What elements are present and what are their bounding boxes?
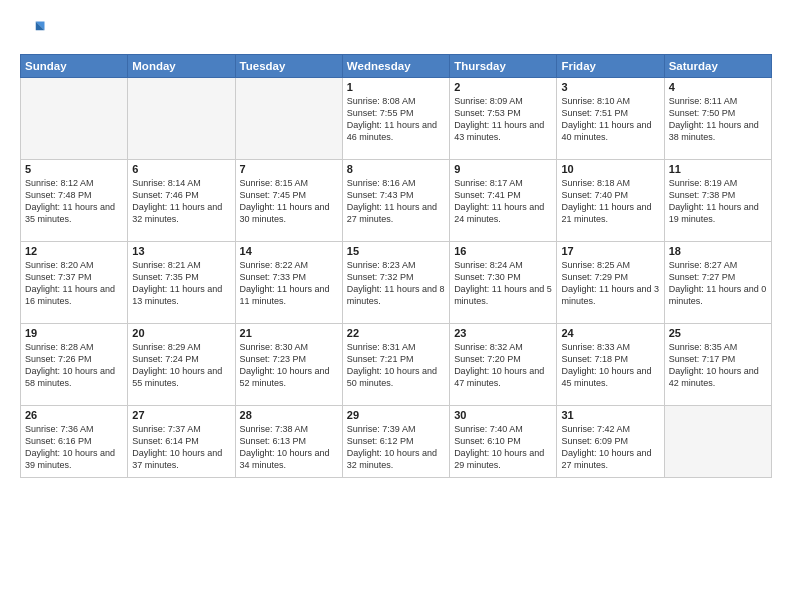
logo-icon <box>20 18 48 46</box>
calendar-table: Sunday Monday Tuesday Wednesday Thursday… <box>20 54 772 478</box>
table-row: 15Sunrise: 8:23 AM Sunset: 7:32 PM Dayli… <box>342 242 449 324</box>
cell-info: Sunrise: 8:11 AM Sunset: 7:50 PM Dayligh… <box>669 95 767 144</box>
col-friday: Friday <box>557 55 664 78</box>
cell-info: Sunrise: 8:15 AM Sunset: 7:45 PM Dayligh… <box>240 177 338 226</box>
day-number: 2 <box>454 81 552 93</box>
cell-info: Sunrise: 8:10 AM Sunset: 7:51 PM Dayligh… <box>561 95 659 144</box>
table-row: 26Sunrise: 7:36 AM Sunset: 6:16 PM Dayli… <box>21 406 128 478</box>
cell-info: Sunrise: 8:21 AM Sunset: 7:35 PM Dayligh… <box>132 259 230 308</box>
cell-info: Sunrise: 7:40 AM Sunset: 6:10 PM Dayligh… <box>454 423 552 472</box>
table-row: 3Sunrise: 8:10 AM Sunset: 7:51 PM Daylig… <box>557 78 664 160</box>
table-row: 12Sunrise: 8:20 AM Sunset: 7:37 PM Dayli… <box>21 242 128 324</box>
day-number: 8 <box>347 163 445 175</box>
col-thursday: Thursday <box>450 55 557 78</box>
cell-info: Sunrise: 8:25 AM Sunset: 7:29 PM Dayligh… <box>561 259 659 308</box>
table-row: 30Sunrise: 7:40 AM Sunset: 6:10 PM Dayli… <box>450 406 557 478</box>
table-row: 21Sunrise: 8:30 AM Sunset: 7:23 PM Dayli… <box>235 324 342 406</box>
cell-info: Sunrise: 8:31 AM Sunset: 7:21 PM Dayligh… <box>347 341 445 390</box>
cell-info: Sunrise: 8:23 AM Sunset: 7:32 PM Dayligh… <box>347 259 445 308</box>
day-number: 19 <box>25 327 123 339</box>
cell-info: Sunrise: 7:37 AM Sunset: 6:14 PM Dayligh… <box>132 423 230 472</box>
day-number: 25 <box>669 327 767 339</box>
cell-info: Sunrise: 8:32 AM Sunset: 7:20 PM Dayligh… <box>454 341 552 390</box>
day-number: 14 <box>240 245 338 257</box>
cell-info: Sunrise: 8:33 AM Sunset: 7:18 PM Dayligh… <box>561 341 659 390</box>
table-row: 8Sunrise: 8:16 AM Sunset: 7:43 PM Daylig… <box>342 160 449 242</box>
col-monday: Monday <box>128 55 235 78</box>
day-number: 31 <box>561 409 659 421</box>
day-number: 30 <box>454 409 552 421</box>
cell-info: Sunrise: 8:18 AM Sunset: 7:40 PM Dayligh… <box>561 177 659 226</box>
day-number: 23 <box>454 327 552 339</box>
logo <box>20 18 52 46</box>
day-number: 24 <box>561 327 659 339</box>
col-wednesday: Wednesday <box>342 55 449 78</box>
day-number: 15 <box>347 245 445 257</box>
cell-info: Sunrise: 7:38 AM Sunset: 6:13 PM Dayligh… <box>240 423 338 472</box>
table-row: 22Sunrise: 8:31 AM Sunset: 7:21 PM Dayli… <box>342 324 449 406</box>
cell-info: Sunrise: 8:19 AM Sunset: 7:38 PM Dayligh… <box>669 177 767 226</box>
cell-info: Sunrise: 8:29 AM Sunset: 7:24 PM Dayligh… <box>132 341 230 390</box>
cell-info: Sunrise: 8:14 AM Sunset: 7:46 PM Dayligh… <box>132 177 230 226</box>
table-row: 28Sunrise: 7:38 AM Sunset: 6:13 PM Dayli… <box>235 406 342 478</box>
day-number: 4 <box>669 81 767 93</box>
cell-info: Sunrise: 8:09 AM Sunset: 7:53 PM Dayligh… <box>454 95 552 144</box>
table-row: 10Sunrise: 8:18 AM Sunset: 7:40 PM Dayli… <box>557 160 664 242</box>
table-row: 9Sunrise: 8:17 AM Sunset: 7:41 PM Daylig… <box>450 160 557 242</box>
day-number: 20 <box>132 327 230 339</box>
table-row: 27Sunrise: 7:37 AM Sunset: 6:14 PM Dayli… <box>128 406 235 478</box>
cell-info: Sunrise: 7:42 AM Sunset: 6:09 PM Dayligh… <box>561 423 659 472</box>
col-saturday: Saturday <box>664 55 771 78</box>
day-number: 29 <box>347 409 445 421</box>
cell-info: Sunrise: 8:35 AM Sunset: 7:17 PM Dayligh… <box>669 341 767 390</box>
cell-info: Sunrise: 8:24 AM Sunset: 7:30 PM Dayligh… <box>454 259 552 308</box>
table-row: 7Sunrise: 8:15 AM Sunset: 7:45 PM Daylig… <box>235 160 342 242</box>
cell-info: Sunrise: 8:20 AM Sunset: 7:37 PM Dayligh… <box>25 259 123 308</box>
table-row <box>235 78 342 160</box>
day-number: 13 <box>132 245 230 257</box>
table-row: 20Sunrise: 8:29 AM Sunset: 7:24 PM Dayli… <box>128 324 235 406</box>
table-row: 23Sunrise: 8:32 AM Sunset: 7:20 PM Dayli… <box>450 324 557 406</box>
col-tuesday: Tuesday <box>235 55 342 78</box>
day-number: 3 <box>561 81 659 93</box>
table-row: 31Sunrise: 7:42 AM Sunset: 6:09 PM Dayli… <box>557 406 664 478</box>
cell-info: Sunrise: 8:17 AM Sunset: 7:41 PM Dayligh… <box>454 177 552 226</box>
table-row: 4Sunrise: 8:11 AM Sunset: 7:50 PM Daylig… <box>664 78 771 160</box>
cell-info: Sunrise: 8:12 AM Sunset: 7:48 PM Dayligh… <box>25 177 123 226</box>
cell-info: Sunrise: 8:22 AM Sunset: 7:33 PM Dayligh… <box>240 259 338 308</box>
day-number: 27 <box>132 409 230 421</box>
table-row: 25Sunrise: 8:35 AM Sunset: 7:17 PM Dayli… <box>664 324 771 406</box>
day-number: 5 <box>25 163 123 175</box>
day-number: 21 <box>240 327 338 339</box>
cell-info: Sunrise: 8:27 AM Sunset: 7:27 PM Dayligh… <box>669 259 767 308</box>
day-number: 10 <box>561 163 659 175</box>
table-row: 16Sunrise: 8:24 AM Sunset: 7:30 PM Dayli… <box>450 242 557 324</box>
table-row: 18Sunrise: 8:27 AM Sunset: 7:27 PM Dayli… <box>664 242 771 324</box>
cell-info: Sunrise: 7:36 AM Sunset: 6:16 PM Dayligh… <box>25 423 123 472</box>
cell-info: Sunrise: 8:16 AM Sunset: 7:43 PM Dayligh… <box>347 177 445 226</box>
day-number: 1 <box>347 81 445 93</box>
table-row: 13Sunrise: 8:21 AM Sunset: 7:35 PM Dayli… <box>128 242 235 324</box>
header <box>20 18 772 46</box>
day-number: 22 <box>347 327 445 339</box>
table-row: 6Sunrise: 8:14 AM Sunset: 7:46 PM Daylig… <box>128 160 235 242</box>
day-number: 11 <box>669 163 767 175</box>
day-number: 12 <box>25 245 123 257</box>
table-row: 24Sunrise: 8:33 AM Sunset: 7:18 PM Dayli… <box>557 324 664 406</box>
page: Sunday Monday Tuesday Wednesday Thursday… <box>0 0 792 612</box>
table-row <box>664 406 771 478</box>
table-row <box>21 78 128 160</box>
cell-info: Sunrise: 8:30 AM Sunset: 7:23 PM Dayligh… <box>240 341 338 390</box>
day-number: 28 <box>240 409 338 421</box>
day-number: 26 <box>25 409 123 421</box>
table-row: 11Sunrise: 8:19 AM Sunset: 7:38 PM Dayli… <box>664 160 771 242</box>
day-number: 9 <box>454 163 552 175</box>
table-row: 17Sunrise: 8:25 AM Sunset: 7:29 PM Dayli… <box>557 242 664 324</box>
day-number: 6 <box>132 163 230 175</box>
day-number: 18 <box>669 245 767 257</box>
day-number: 17 <box>561 245 659 257</box>
cell-info: Sunrise: 8:28 AM Sunset: 7:26 PM Dayligh… <box>25 341 123 390</box>
table-row: 2Sunrise: 8:09 AM Sunset: 7:53 PM Daylig… <box>450 78 557 160</box>
table-row <box>128 78 235 160</box>
col-sunday: Sunday <box>21 55 128 78</box>
